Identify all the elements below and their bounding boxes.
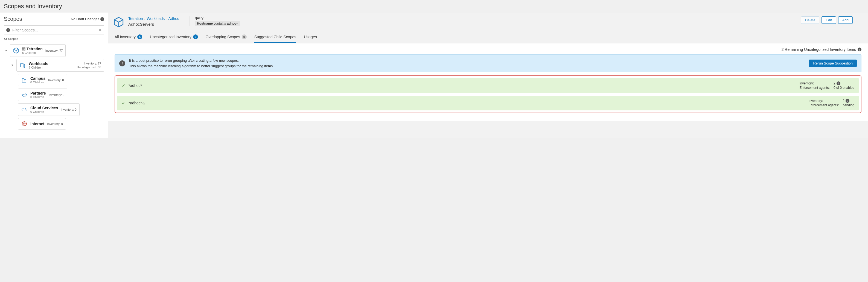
- suggestion-row[interactable]: ✓ *adhoc*-2 Inventory: 2i Enforcement ag…: [117, 96, 859, 110]
- edit-button[interactable]: Edit: [822, 16, 836, 24]
- stack-icon: [20, 62, 26, 69]
- breadcrumb-link[interactable]: Adhoc: [168, 16, 179, 21]
- query-label: Query: [195, 16, 240, 20]
- node-name: Campus: [30, 76, 45, 81]
- tree-row-workloads[interactable]: Workloads 7 Children Inventory: 77 Uncat…: [4, 59, 104, 72]
- badge: 0: [242, 34, 247, 39]
- node-uncat: Uncategorized: 33: [77, 66, 101, 69]
- banner-line: This allows the machine learning algorit…: [129, 63, 805, 69]
- node-inventory: Inventory: 0: [61, 108, 76, 111]
- info-icon: i: [119, 60, 125, 66]
- add-button[interactable]: Add: [838, 16, 853, 24]
- suggestion-row[interactable]: ✓ *adhoc* Inventory: 2i Enforcement agen…: [117, 78, 859, 93]
- tree-row-cloud[interactable]: Cloud Services 0 Children Inventory: 0: [4, 103, 104, 116]
- suggestion-name: *adhoc*-2: [128, 101, 805, 105]
- node-children: 5 Children: [22, 51, 43, 55]
- scope-count: 43 Scopes: [4, 37, 104, 40]
- meta-label: Inventory:: [809, 99, 839, 103]
- meta-value: 2i: [834, 81, 854, 85]
- badge: 2: [193, 34, 198, 39]
- page-title: Scopes and Inventory: [0, 0, 868, 12]
- info-icon[interactable]: i: [100, 17, 104, 21]
- breadcrumb-link[interactable]: Tetration: [128, 16, 143, 21]
- tree-row-tetration[interactable]: Tetration 5 Children Inventory: 77: [4, 44, 104, 57]
- breadcrumb: Tetration: Workloads: Adhoc: [128, 16, 179, 21]
- scopes-sidebar: Scopes No Draft Changes i i ✕ 43 Scopes: [0, 12, 108, 138]
- cube-icon: [113, 16, 124, 28]
- rerun-scope-suggestion-button[interactable]: Rerun Scope Suggestion: [809, 60, 857, 67]
- info-icon: i: [6, 28, 10, 32]
- tab-usages[interactable]: Usages: [304, 32, 317, 43]
- buildings-icon: [21, 77, 28, 83]
- info-icon[interactable]: i: [845, 99, 849, 103]
- tab-overlapping-scopes[interactable]: Overlapping Scopes 0: [206, 32, 247, 43]
- info-icon[interactable]: i: [837, 81, 840, 85]
- current-scope-name: AdhocServers: [128, 22, 179, 27]
- clear-icon[interactable]: ✕: [98, 27, 102, 33]
- badge: 4: [137, 34, 142, 39]
- svg-rect-0: [23, 47, 24, 49]
- node-name: Partners: [30, 91, 46, 95]
- remaining-items-label: 2 Remaining Uncategorized Inventory Item…: [115, 47, 862, 51]
- meta-value: pending: [843, 103, 854, 107]
- tab-suggested-child-scopes[interactable]: Suggested Child Scopes: [254, 32, 296, 43]
- node-inventory: Inventory: 0: [47, 122, 63, 126]
- check-icon: ✓: [122, 83, 125, 88]
- tree-row-internet[interactable]: Internet Inventory: 0: [4, 118, 104, 130]
- grid-icon: [22, 47, 25, 50]
- suggestion-group-highlight: ✓ *adhoc* Inventory: 2i Enforcement agen…: [115, 75, 862, 113]
- filter-scopes-input[interactable]: [10, 28, 98, 32]
- info-banner: i It is a best practice to rerun groupin…: [115, 55, 862, 72]
- node-inventory: Inventory: 0: [49, 93, 64, 97]
- tab-all-inventory[interactable]: All Inventory 4: [115, 32, 142, 43]
- delete-button[interactable]: Delete: [801, 16, 819, 24]
- node-children: 7 Children: [29, 66, 48, 69]
- query-chip: Hostname contains adhoc-: [195, 21, 240, 26]
- handshake-icon: [21, 92, 28, 98]
- node-name: Workloads: [29, 62, 48, 66]
- node-name: Tetration: [27, 47, 43, 51]
- svg-rect-1: [24, 47, 25, 49]
- meta-value: 2i: [843, 99, 854, 103]
- cube-icon: [13, 47, 20, 54]
- more-menu-icon[interactable]: ⋮: [855, 17, 863, 23]
- breadcrumb-link[interactable]: Workloads: [147, 16, 165, 21]
- banner-line: It is a best practice to rerun grouping …: [129, 58, 805, 63]
- sidebar-title: Scopes: [4, 16, 22, 22]
- node-inventory: Inventory: 77: [77, 62, 101, 65]
- meta-value: 0 of 0 enabled: [834, 86, 854, 90]
- meta-label: Enforcement agents:: [799, 86, 830, 90]
- meta-label: Enforcement agents:: [809, 103, 839, 107]
- check-icon: ✓: [122, 101, 125, 106]
- cloud-icon: [21, 106, 28, 113]
- query-block: Query Hostname contains adhoc-: [189, 16, 240, 26]
- meta-label: Inventory:: [799, 81, 830, 85]
- filter-scopes-input-wrap[interactable]: i ✕: [4, 26, 104, 34]
- node-name: Cloud Services: [30, 106, 58, 110]
- node-children: 0 Children: [30, 95, 46, 99]
- chevron-down-icon[interactable]: [4, 49, 8, 52]
- tree-row-partners[interactable]: Partners 0 Children Inventory: 0: [4, 89, 104, 101]
- node-children: 0 Children: [30, 110, 58, 113]
- node-inventory: Inventory: 77: [45, 49, 63, 52]
- suggestion-name: *adhoc*: [128, 83, 796, 88]
- node-children: 0 Children: [30, 81, 45, 84]
- svg-rect-2: [23, 49, 24, 50]
- globe-icon: [21, 120, 28, 127]
- tree-row-campus[interactable]: Campus 0 Children Inventory: 0: [4, 74, 104, 86]
- chevron-right-icon[interactable]: [10, 63, 14, 67]
- tab-uncategorized-inventory[interactable]: Uncategorized Inventory 2: [150, 32, 198, 43]
- tab-bar: All Inventory 4 Uncategorized Inventory …: [108, 32, 868, 43]
- node-name: Internet: [30, 121, 44, 126]
- node-inventory: Inventory: 0: [48, 78, 64, 82]
- info-icon[interactable]: i: [858, 47, 862, 51]
- svg-rect-3: [24, 49, 25, 50]
- main-panel: Tetration: Workloads: Adhoc AdhocServers…: [108, 12, 868, 138]
- draft-changes-label: No Draft Changes i: [71, 17, 104, 21]
